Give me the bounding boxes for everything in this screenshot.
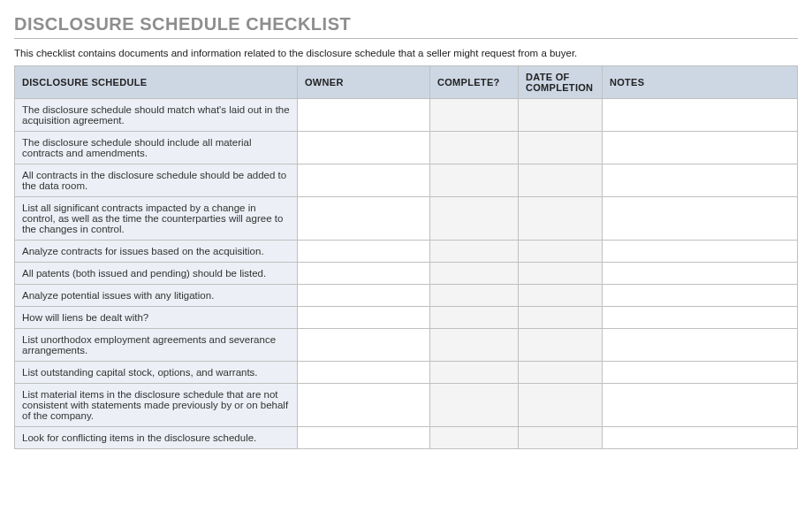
table-row: List all significant contracts impacted … [15, 197, 798, 241]
cell-notes [603, 307, 798, 329]
table-row: Analyze contracts for issues based on th… [15, 241, 798, 263]
cell-notes [603, 132, 798, 164]
table-row: How will liens be dealt with? [15, 307, 798, 329]
cell-owner [298, 285, 430, 307]
cell-complete [430, 132, 519, 164]
cell-item: Look for conflicting items in the disclo… [15, 427, 298, 449]
cell-item: Analyze potential issues with any litiga… [15, 285, 298, 307]
header-complete: COMPLETE? [430, 66, 519, 99]
cell-item: List all significant contracts impacted … [15, 197, 298, 241]
cell-complete [430, 99, 519, 132]
table-row: List unorthodox employment agreements an… [15, 329, 798, 362]
cell-notes [603, 362, 798, 384]
cell-date [519, 384, 603, 427]
table-row: All patents (both issued and pending) sh… [15, 263, 798, 285]
cell-owner [298, 132, 430, 164]
cell-item: List unorthodox employment agreements an… [15, 329, 298, 362]
cell-complete [430, 329, 519, 362]
cell-complete [430, 197, 519, 241]
cell-owner [298, 384, 430, 427]
cell-notes [603, 384, 798, 427]
header-row: DISCLOSURE SCHEDULE OWNER COMPLETE? DATE… [15, 66, 798, 99]
table-row: List outstanding capital stock, options,… [15, 362, 798, 384]
cell-item: List outstanding capital stock, options,… [15, 362, 298, 384]
cell-date [519, 427, 603, 449]
cell-complete [430, 362, 519, 384]
cell-item: List material items in the disclosure sc… [15, 384, 298, 427]
header-schedule: DISCLOSURE SCHEDULE [15, 66, 298, 99]
cell-item: All patents (both issued and pending) sh… [15, 263, 298, 285]
table-row: Look for conflicting items in the disclo… [15, 427, 798, 449]
cell-date [519, 197, 603, 241]
cell-item: Analyze contracts for issues based on th… [15, 241, 298, 263]
cell-owner [298, 307, 430, 329]
cell-notes [603, 263, 798, 285]
cell-date [519, 362, 603, 384]
cell-complete [430, 427, 519, 449]
cell-item: The disclosure schedule should match wha… [15, 99, 298, 132]
cell-complete [430, 241, 519, 263]
cell-complete [430, 384, 519, 427]
cell-owner [298, 197, 430, 241]
cell-date [519, 307, 603, 329]
table-row: The disclosure schedule should match wha… [15, 99, 798, 132]
cell-notes [603, 285, 798, 307]
cell-complete [430, 307, 519, 329]
cell-notes [603, 427, 798, 449]
table-row: All contracts in the disclosure schedule… [15, 164, 798, 197]
cell-owner [298, 99, 430, 132]
cell-item: The disclosure schedule should include a… [15, 132, 298, 164]
page-title: DISCLOSURE SCHEDULE CHECKLIST [14, 14, 798, 39]
cell-date [519, 164, 603, 197]
header-date: DATE OF COMPLETION [519, 66, 603, 99]
header-owner: OWNER [298, 66, 430, 99]
cell-date [519, 241, 603, 263]
table-row: Analyze potential issues with any litiga… [15, 285, 798, 307]
cell-notes [603, 241, 798, 263]
cell-owner [298, 362, 430, 384]
table-row: The disclosure schedule should include a… [15, 132, 798, 164]
cell-notes [603, 99, 798, 132]
cell-date [519, 263, 603, 285]
cell-owner [298, 427, 430, 449]
cell-complete [430, 164, 519, 197]
cell-date [519, 329, 603, 362]
cell-complete [430, 285, 519, 307]
header-notes: NOTES [603, 66, 798, 99]
cell-date [519, 132, 603, 164]
cell-date [519, 99, 603, 132]
cell-item: All contracts in the disclosure schedule… [15, 164, 298, 197]
cell-item: How will liens be dealt with? [15, 307, 298, 329]
cell-date [519, 285, 603, 307]
checklist-table: DISCLOSURE SCHEDULE OWNER COMPLETE? DATE… [14, 65, 798, 449]
cell-owner [298, 329, 430, 362]
cell-owner [298, 241, 430, 263]
intro-text: This checklist contains documents and in… [14, 48, 798, 58]
cell-owner [298, 263, 430, 285]
cell-notes [603, 329, 798, 362]
table-row: List material items in the disclosure sc… [15, 384, 798, 427]
cell-complete [430, 263, 519, 285]
cell-notes [603, 164, 798, 197]
cell-owner [298, 164, 430, 197]
cell-notes [603, 197, 798, 241]
